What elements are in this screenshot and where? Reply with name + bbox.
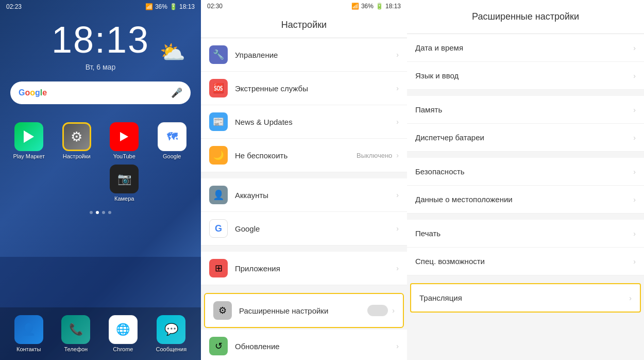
- settings-item-prilogenia[interactable]: ⊞ Приложения ›: [201, 252, 407, 285]
- advanced-item-dispetcher[interactable]: Диспетчер батареи ›: [407, 124, 644, 152]
- status-bar-home: 02:23 📶 36% 🔋 18:13: [0, 0, 201, 13]
- camera-emoji: 📷: [117, 172, 131, 186]
- dot-1: [90, 211, 93, 214]
- settings-item-google[interactable]: G Google ›: [201, 212, 407, 246]
- play-market-label: Play Маркет: [13, 153, 45, 159]
- app-camera[interactable]: 📷 Камера: [103, 165, 146, 202]
- messages-label: Сообщения: [156, 346, 187, 352]
- contacts-emoji: 👤: [22, 323, 36, 336]
- google-label: Google: [163, 153, 181, 159]
- dock-contacts[interactable]: 👤 Контакты: [14, 315, 43, 352]
- app-youtube[interactable]: YouTube: [103, 122, 146, 159]
- rasshirennye-icon: ⚙: [213, 301, 232, 320]
- google-maps-letter: 🗺: [167, 131, 177, 143]
- dot-2: [96, 211, 99, 214]
- contacts-icon: 👤: [14, 315, 43, 344]
- toggle-switch[interactable]: [367, 305, 388, 316]
- dock: 👤 Контакты 📞 Телефон 🌐 Chrome 💬 Сообщени…: [0, 307, 201, 360]
- battery-percent: 36%: [155, 3, 167, 10]
- advanced-item-pechat[interactable]: Печать ›: [407, 220, 644, 248]
- chrome-icon: 🌐: [109, 315, 138, 344]
- settings-item-ne-bespokoyt[interactable]: 🌙 Не беспокоить Выключено ›: [201, 139, 407, 172]
- advanced-panel: Расширенные настройки Дата и время › Язы…: [407, 0, 644, 360]
- dock-messages[interactable]: 💬 Сообщения: [156, 315, 187, 352]
- chevron-icon: ›: [396, 151, 399, 159]
- akkaunty-label: Аккаунты: [235, 191, 396, 200]
- settings-status-bar: 02:30 📶 36% 🔋 18:13: [201, 0, 407, 12]
- messages-emoji: 💬: [164, 323, 178, 336]
- akkaunty-icon: 👤: [209, 186, 228, 204]
- advanced-item-mestopolozhenie[interactable]: Данные о местоположении ›: [407, 186, 644, 214]
- advanced-item-data-vremya[interactable]: Дата и время ›: [407, 34, 644, 62]
- advanced-title: Расширенные настройки: [407, 0, 644, 34]
- home-status-icons: 📶 36% 🔋 18:13: [145, 3, 195, 10]
- rasshirennye-label: Расширенные настройки: [239, 306, 367, 315]
- settings-item-ekstrennye[interactable]: 🆘 Экстренные службы ›: [201, 72, 407, 105]
- app-google[interactable]: 🗺 Google: [151, 122, 194, 159]
- home-time: 02:23: [6, 3, 22, 10]
- upravlenie-label: Управление: [235, 51, 396, 59]
- adv-divider-1: [407, 90, 644, 96]
- chevron-icon: ›: [633, 257, 636, 266]
- chevron-icon: ›: [396, 84, 399, 92]
- google-maps-icon: 🗺: [158, 122, 187, 151]
- chevron-icon: ›: [392, 306, 395, 315]
- app-play-market[interactable]: Play Маркет: [8, 122, 50, 159]
- settings-item-obnovlenie[interactable]: ↺ Обновление ›: [201, 330, 407, 360]
- ekstrennye-label: Экстренные службы: [235, 84, 396, 93]
- app-grid: Play Маркет ⚙ Настройки YouTube 🗺 Google: [0, 112, 201, 207]
- ne-bespokoyt-icon: 🌙: [209, 146, 228, 165]
- messages-icon: 💬: [157, 315, 185, 344]
- page-dots: [0, 211, 201, 214]
- home-clock: 18:13: [179, 3, 195, 10]
- chevron-icon: ›: [633, 195, 636, 204]
- chevron-icon: ›: [633, 168, 636, 176]
- phone-icon: 📞: [61, 315, 90, 344]
- prilogenia-label: Приложения: [235, 264, 396, 273]
- news-icon: 📰: [209, 112, 228, 131]
- google-g: G: [215, 223, 222, 234]
- spec-label: Спец. возможности: [415, 257, 633, 266]
- signal-icon: 📶: [145, 3, 153, 10]
- settings-item-rasshirennye[interactable]: ⚙ Расширенные настройки ›: [204, 293, 404, 328]
- advanced-item-spec[interactable]: Спец. возможности ›: [407, 248, 644, 275]
- chrome-label: Chrome: [113, 346, 133, 352]
- weather-icon: ⛅: [160, 40, 185, 64]
- camera-icon: 📷: [110, 165, 139, 193]
- dispetcher-label: Диспетчер батареи: [415, 133, 633, 142]
- chevron-icon: ›: [396, 224, 399, 233]
- chevron-icon: ›: [633, 44, 636, 52]
- bezopasnost-label: Безопасность: [415, 167, 633, 176]
- youtube-label: YouTube: [113, 153, 135, 159]
- adv-divider-4: [407, 275, 644, 282]
- phone-label: Телефон: [64, 346, 88, 352]
- gear-icon: ⚙: [71, 129, 82, 145]
- advanced-item-bezopasnost[interactable]: Безопасность ›: [407, 158, 644, 186]
- google-logo: Google: [19, 88, 47, 97]
- settings-panel: 02:30 📶 36% 🔋 18:13 Настройки 🔧 Управлен…: [201, 0, 407, 360]
- dock-phone[interactable]: 📞 Телефон: [61, 315, 90, 352]
- home-date: Вт, 6 мар: [86, 63, 115, 71]
- settings-clock: 18:13: [385, 3, 401, 10]
- chevron-icon: ›: [633, 72, 636, 80]
- settings-item-upravlenie[interactable]: 🔧 Управление ›: [201, 38, 407, 72]
- nastrojki-label: Настройки: [63, 153, 91, 159]
- play-market-icon: [14, 122, 43, 151]
- google-search-bar[interactable]: Google 🎤: [10, 81, 191, 104]
- chevron-icon: ›: [396, 191, 399, 199]
- settings-title: Настройки: [201, 12, 407, 38]
- advanced-item-pamyat[interactable]: Память ›: [407, 96, 644, 124]
- settings-item-news[interactable]: 📰 News & Updates ›: [201, 105, 407, 139]
- dock-chrome[interactable]: 🌐 Chrome: [109, 315, 138, 352]
- chevron-icon: ›: [633, 230, 636, 238]
- settings-item-akkaunty[interactable]: 👤 Аккаунты ›: [201, 178, 407, 212]
- mic-icon[interactable]: 🎤: [171, 87, 182, 99]
- chevron-icon: ›: [633, 134, 636, 142]
- upravlenie-icon: 🔧: [209, 45, 228, 64]
- app-nastrojki[interactable]: ⚙ Настройки: [56, 122, 98, 159]
- battery-icon: 🔋: [170, 3, 177, 10]
- advanced-item-yazyk[interactable]: Язык и ввод ›: [407, 62, 644, 90]
- camera-label: Камера: [114, 195, 134, 202]
- advanced-item-translyatsiya[interactable]: Трансляция ›: [410, 283, 641, 313]
- chevron-icon: ›: [633, 106, 636, 114]
